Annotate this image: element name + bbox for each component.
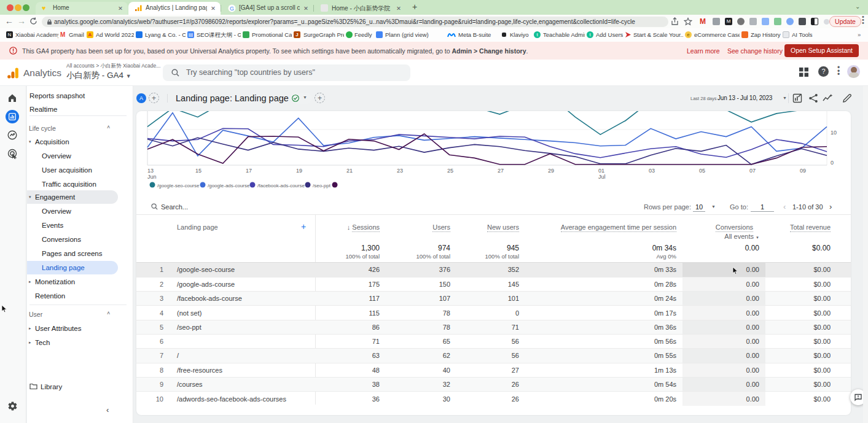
svg-text:25: 25 [447, 168, 453, 174]
svg-text:10: 10 [831, 130, 837, 136]
svg-text:0: 0 [831, 160, 834, 166]
svg-text:23: 23 [397, 168, 403, 174]
svg-text:Jul: Jul [598, 174, 606, 180]
svg-text:27: 27 [498, 168, 504, 174]
svg-text:21: 21 [346, 168, 353, 174]
svg-text:09: 09 [800, 168, 806, 174]
svg-text:07: 07 [749, 168, 756, 174]
svg-text:15: 15 [195, 168, 201, 174]
svg-text:Jun: Jun [147, 174, 157, 180]
svg-text:/seo-ppt: /seo-ppt [313, 183, 331, 188]
svg-text:13: 13 [147, 168, 154, 174]
svg-text:01: 01 [598, 168, 604, 174]
svg-text:/facebook-ads-course: /facebook-ads-course [257, 183, 305, 188]
svg-text:/google-seo-course: /google-seo-course [157, 183, 200, 188]
svg-text:19: 19 [296, 168, 302, 174]
svg-text:17: 17 [246, 168, 252, 174]
svg-text:29: 29 [548, 168, 554, 174]
svg-text:/google-ads-course: /google-ads-course [208, 183, 250, 188]
svg-text:05: 05 [699, 168, 705, 174]
svg-text:G: G [230, 6, 234, 12]
svg-text:03: 03 [649, 168, 655, 174]
